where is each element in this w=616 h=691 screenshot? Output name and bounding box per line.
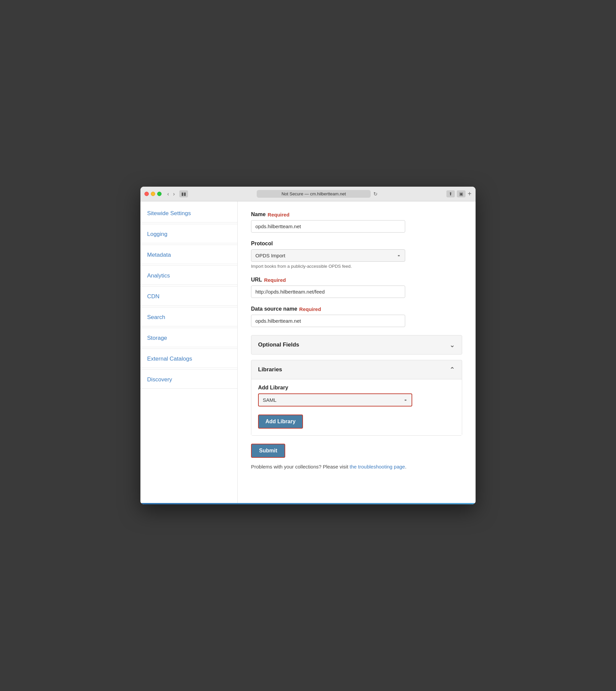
library-select[interactable]: SAML Default Library Test Library <box>258 394 412 406</box>
optional-fields-header[interactable]: Optional Fields ⌄ <box>251 335 462 354</box>
bottom-bar <box>140 503 476 504</box>
browser-chrome: ‹ › ▮▮ Not Secure — cm.hilbertteam.net ↻… <box>140 187 476 201</box>
traffic-lights <box>145 192 161 196</box>
url-label: URL Required <box>251 277 462 283</box>
libraries-section: Libraries ⌃ Add Library SAML Default Lib… <box>251 360 462 436</box>
optional-fields-chevron-down-icon: ⌄ <box>449 341 455 349</box>
sidebar-item-logging[interactable]: Logging <box>140 225 237 243</box>
submit-area: Submit Problems with your collections? P… <box>251 444 462 471</box>
minimize-button[interactable] <box>151 192 155 196</box>
sidebar-item-metadata[interactable]: Metadata <box>140 246 237 264</box>
add-library-field-group: Add Library SAML Default Library Test Li… <box>258 385 455 406</box>
content-area: Name Required Protocol OPDS Import Overd… <box>238 201 476 503</box>
datasource-required-badge: Required <box>299 306 321 312</box>
protocol-field-group: Protocol OPDS Import Overdrive Bibliothe… <box>251 241 462 269</box>
protocol-label: Protocol <box>251 241 462 247</box>
add-library-label: Add Library <box>258 385 455 391</box>
optional-fields-title: Optional Fields <box>258 341 299 348</box>
url-required-badge: Required <box>264 277 286 283</box>
url-input[interactable] <box>251 286 405 298</box>
sidebar: Sitewide Settings Logging Metadata Analy… <box>140 201 238 503</box>
sidebar-item-analytics[interactable]: Analytics <box>140 267 237 285</box>
back-button[interactable]: ‹ <box>166 190 171 198</box>
sidebar-item-sitewide-settings[interactable]: Sitewide Settings <box>140 205 237 223</box>
datasource-label: Data source name Required <box>251 306 462 312</box>
sidebar-item-discovery[interactable]: Discovery <box>140 371 237 389</box>
submit-button[interactable]: Submit <box>251 444 285 458</box>
new-tab-tile-button[interactable]: ▣ <box>457 190 465 197</box>
name-field-group: Name Required <box>251 211 462 232</box>
reload-button[interactable]: ↻ <box>373 191 378 197</box>
protocol-helper-text: Import books from a publicly-accessible … <box>251 264 462 269</box>
troubleshoot-link[interactable]: the troubleshooting page <box>350 464 405 469</box>
nav-buttons: ‹ › <box>166 190 177 198</box>
forward-button[interactable]: › <box>171 190 176 198</box>
address-bar-container: Not Secure — cm.hilbertteam.net ↻ <box>191 190 444 198</box>
add-library-button[interactable]: Add Library <box>258 415 303 429</box>
sidebar-item-search[interactable]: Search <box>140 309 237 327</box>
main-layout: Sitewide Settings Logging Metadata Analy… <box>140 201 476 503</box>
add-tab-button[interactable]: + <box>467 190 471 198</box>
share-button[interactable]: ⬆ <box>446 190 455 197</box>
libraries-header[interactable]: Libraries ⌃ <box>251 360 462 379</box>
name-input[interactable] <box>251 220 405 232</box>
protocol-select[interactable]: OPDS Import Overdrive Bibliotheca Axis 3… <box>251 249 405 262</box>
troubleshoot-text: Problems with your collections? Please v… <box>251 463 462 471</box>
name-label: Name Required <box>251 211 462 218</box>
sidebar-item-cdn[interactable]: CDN <box>140 288 237 306</box>
browser-actions: ⬆ ▣ + <box>446 190 471 198</box>
name-required-badge: Required <box>268 212 290 218</box>
libraries-body: Add Library SAML Default Library Test Li… <box>251 379 462 435</box>
address-bar[interactable]: Not Secure — cm.hilbertteam.net <box>257 190 371 198</box>
libraries-title: Libraries <box>258 366 282 373</box>
url-field-group: URL Required <box>251 277 462 298</box>
close-button[interactable] <box>145 192 149 196</box>
datasource-field-group: Data source name Required <box>251 306 462 327</box>
datasource-input[interactable] <box>251 315 405 327</box>
optional-fields-section: Optional Fields ⌄ <box>251 335 462 355</box>
sidebar-toggle-button[interactable]: ▮▮ <box>179 190 188 197</box>
libraries-chevron-up-icon: ⌃ <box>449 365 455 374</box>
sidebar-item-external-catalogs[interactable]: External Catalogs <box>140 350 237 368</box>
browser-window: ‹ › ▮▮ Not Secure — cm.hilbertteam.net ↻… <box>140 187 476 504</box>
sidebar-item-storage[interactable]: Storage <box>140 329 237 347</box>
maximize-button[interactable] <box>157 192 161 196</box>
